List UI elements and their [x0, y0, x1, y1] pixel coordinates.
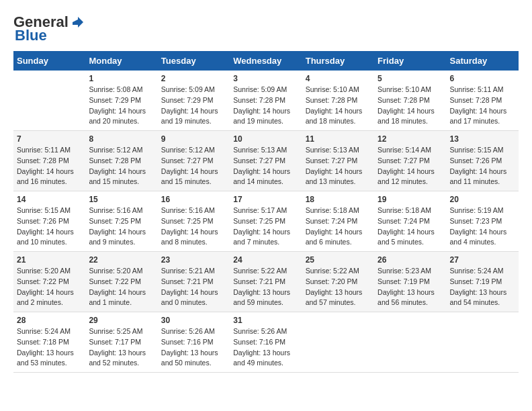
- day-number: 19: [378, 195, 443, 204]
- day-cell: 18Sunrise: 5:18 AM Sunset: 7:24 PM Dayli…: [302, 191, 374, 252]
- day-number: 17: [233, 195, 298, 204]
- day-cell: 31Sunrise: 5:26 AM Sunset: 7:16 PM Dayli…: [230, 312, 302, 373]
- day-cell: 19Sunrise: 5:18 AM Sunset: 7:24 PM Dayli…: [374, 191, 446, 252]
- svg-marker-0: [73, 17, 83, 28]
- page-header: General Blue: [13, 13, 519, 44]
- day-cell: 15Sunrise: 5:16 AM Sunset: 7:25 PM Dayli…: [85, 191, 157, 252]
- day-cell: 7Sunrise: 5:11 AM Sunset: 7:28 PM Daylig…: [13, 131, 85, 191]
- day-cell: 20Sunrise: 5:19 AM Sunset: 7:23 PM Dayli…: [447, 191, 519, 252]
- day-number: 27: [450, 255, 515, 265]
- day-info: Sunrise: 5:15 AM Sunset: 7:26 PM Dayligh…: [450, 145, 515, 187]
- day-cell: 25Sunrise: 5:22 AM Sunset: 7:20 PM Dayli…: [302, 252, 374, 312]
- day-cell: [302, 312, 374, 373]
- day-info: Sunrise: 5:16 AM Sunset: 7:25 PM Dayligh…: [161, 205, 226, 248]
- week-row-2: 7Sunrise: 5:11 AM Sunset: 7:28 PM Daylig…: [13, 131, 519, 191]
- day-info: Sunrise: 5:25 AM Sunset: 7:17 PM Dayligh…: [89, 326, 154, 369]
- day-info: Sunrise: 5:23 AM Sunset: 7:19 PM Dayligh…: [378, 266, 443, 308]
- header-monday: Monday: [85, 51, 157, 71]
- day-number: 29: [89, 316, 154, 325]
- day-info: Sunrise: 5:10 AM Sunset: 7:28 PM Dayligh…: [378, 85, 443, 127]
- day-info: Sunrise: 5:18 AM Sunset: 7:24 PM Dayligh…: [306, 205, 371, 248]
- day-number: 30: [161, 316, 226, 325]
- day-number: 9: [161, 134, 226, 144]
- day-number: 26: [378, 255, 443, 265]
- day-number: 20: [450, 195, 515, 204]
- day-info: Sunrise: 5:12 AM Sunset: 7:28 PM Dayligh…: [89, 145, 154, 187]
- day-info: Sunrise: 5:15 AM Sunset: 7:26 PM Dayligh…: [17, 205, 82, 248]
- week-row-5: 28Sunrise: 5:24 AM Sunset: 7:18 PM Dayli…: [13, 312, 519, 373]
- calendar-table: SundayMondayTuesdayWednesdayThursdayFrid…: [13, 51, 519, 373]
- day-info: Sunrise: 5:14 AM Sunset: 7:27 PM Dayligh…: [378, 145, 443, 187]
- week-row-3: 14Sunrise: 5:15 AM Sunset: 7:26 PM Dayli…: [13, 191, 519, 252]
- header-thursday: Thursday: [302, 51, 374, 71]
- logo-blue-text: Blue: [13, 27, 47, 44]
- day-info: Sunrise: 5:11 AM Sunset: 7:28 PM Dayligh…: [450, 85, 515, 127]
- day-number: 13: [450, 134, 515, 144]
- day-cell: [374, 312, 446, 373]
- day-cell: 30Sunrise: 5:26 AM Sunset: 7:16 PM Dayli…: [158, 312, 230, 373]
- day-info: Sunrise: 5:24 AM Sunset: 7:19 PM Dayligh…: [450, 266, 515, 308]
- day-info: Sunrise: 5:20 AM Sunset: 7:22 PM Dayligh…: [89, 266, 154, 308]
- day-info: Sunrise: 5:11 AM Sunset: 7:28 PM Dayligh…: [17, 145, 82, 187]
- day-number: 24: [233, 255, 298, 265]
- day-info: Sunrise: 5:21 AM Sunset: 7:21 PM Dayligh…: [161, 266, 226, 308]
- day-cell: 9Sunrise: 5:12 AM Sunset: 7:27 PM Daylig…: [158, 131, 230, 191]
- day-cell: 17Sunrise: 5:17 AM Sunset: 7:25 PM Dayli…: [230, 191, 302, 252]
- day-number: 15: [89, 195, 154, 204]
- day-number: 7: [17, 134, 82, 144]
- day-cell: 16Sunrise: 5:16 AM Sunset: 7:25 PM Dayli…: [158, 191, 230, 252]
- day-info: Sunrise: 5:13 AM Sunset: 7:27 PM Dayligh…: [306, 145, 371, 187]
- header-friday: Friday: [374, 51, 446, 71]
- day-number: 21: [17, 255, 82, 265]
- day-cell: 29Sunrise: 5:25 AM Sunset: 7:17 PM Dayli…: [85, 312, 157, 373]
- day-cell: 26Sunrise: 5:23 AM Sunset: 7:19 PM Dayli…: [374, 252, 446, 312]
- day-info: Sunrise: 5:26 AM Sunset: 7:16 PM Dayligh…: [161, 326, 226, 369]
- day-number: 5: [378, 74, 443, 83]
- day-number: 6: [450, 74, 515, 83]
- day-cell: 14Sunrise: 5:15 AM Sunset: 7:26 PM Dayli…: [13, 191, 85, 252]
- day-info: Sunrise: 5:12 AM Sunset: 7:27 PM Dayligh…: [161, 145, 226, 187]
- day-cell: 10Sunrise: 5:13 AM Sunset: 7:27 PM Dayli…: [230, 131, 302, 191]
- day-info: Sunrise: 5:18 AM Sunset: 7:24 PM Dayligh…: [378, 205, 443, 248]
- header-tuesday: Tuesday: [158, 51, 230, 71]
- day-number: 1: [89, 74, 154, 83]
- day-info: Sunrise: 5:16 AM Sunset: 7:25 PM Dayligh…: [89, 205, 154, 248]
- day-cell: 3Sunrise: 5:09 AM Sunset: 7:28 PM Daylig…: [230, 71, 302, 131]
- logo: General Blue: [13, 13, 83, 44]
- day-info: Sunrise: 5:10 AM Sunset: 7:28 PM Dayligh…: [306, 85, 371, 127]
- header-wednesday: Wednesday: [230, 51, 302, 71]
- day-number: 11: [306, 134, 371, 144]
- day-number: 14: [17, 195, 82, 204]
- week-row-4: 21Sunrise: 5:20 AM Sunset: 7:22 PM Dayli…: [13, 252, 519, 312]
- day-number: 16: [161, 195, 226, 204]
- day-info: Sunrise: 5:24 AM Sunset: 7:18 PM Dayligh…: [17, 326, 82, 369]
- header-sunday: Sunday: [13, 51, 85, 71]
- day-number: 2: [161, 74, 226, 83]
- day-cell: 1Sunrise: 5:08 AM Sunset: 7:29 PM Daylig…: [85, 71, 157, 131]
- day-number: 25: [306, 255, 371, 265]
- calendar-header-row: SundayMondayTuesdayWednesdayThursdayFrid…: [13, 51, 519, 71]
- day-cell: 5Sunrise: 5:10 AM Sunset: 7:28 PM Daylig…: [374, 71, 446, 131]
- day-info: Sunrise: 5:17 AM Sunset: 7:25 PM Dayligh…: [233, 205, 298, 248]
- day-cell: 12Sunrise: 5:14 AM Sunset: 7:27 PM Dayli…: [374, 131, 446, 191]
- day-number: 8: [89, 134, 154, 144]
- day-cell: 13Sunrise: 5:15 AM Sunset: 7:26 PM Dayli…: [447, 131, 519, 191]
- day-cell: 8Sunrise: 5:12 AM Sunset: 7:28 PM Daylig…: [85, 131, 157, 191]
- day-cell: 28Sunrise: 5:24 AM Sunset: 7:18 PM Dayli…: [13, 312, 85, 373]
- day-number: 18: [306, 195, 371, 204]
- day-info: Sunrise: 5:13 AM Sunset: 7:27 PM Dayligh…: [233, 145, 298, 187]
- day-cell: 23Sunrise: 5:21 AM Sunset: 7:21 PM Dayli…: [158, 252, 230, 312]
- day-number: 31: [233, 316, 298, 325]
- day-cell: 2Sunrise: 5:09 AM Sunset: 7:29 PM Daylig…: [158, 71, 230, 131]
- day-number: 4: [306, 74, 371, 83]
- day-cell: 22Sunrise: 5:20 AM Sunset: 7:22 PM Dayli…: [85, 252, 157, 312]
- day-info: Sunrise: 5:19 AM Sunset: 7:23 PM Dayligh…: [450, 205, 515, 248]
- day-cell: [447, 312, 519, 373]
- day-cell: 4Sunrise: 5:10 AM Sunset: 7:28 PM Daylig…: [302, 71, 374, 131]
- day-number: 28: [17, 316, 82, 325]
- day-cell: 11Sunrise: 5:13 AM Sunset: 7:27 PM Dayli…: [302, 131, 374, 191]
- day-number: 22: [89, 255, 154, 265]
- day-cell: 21Sunrise: 5:20 AM Sunset: 7:22 PM Dayli…: [13, 252, 85, 312]
- day-cell: [13, 71, 85, 131]
- header-saturday: Saturday: [447, 51, 519, 71]
